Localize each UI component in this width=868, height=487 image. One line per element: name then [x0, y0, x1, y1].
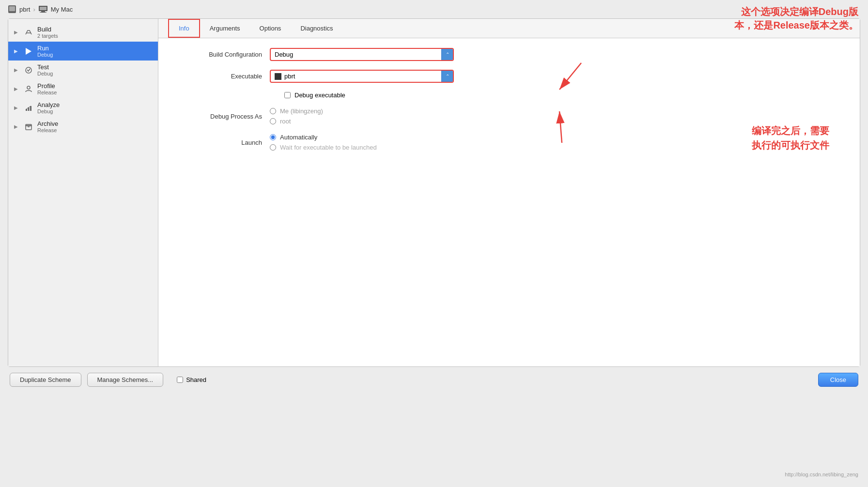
sidebar-item-run[interactable]: ▶ Run Debug — [8, 42, 158, 61]
executable-value: pbrt — [284, 73, 295, 80]
sidebar-item-test[interactable]: ▶ Test Debug — [8, 61, 158, 79]
build-subtitle: 2 targets — [37, 33, 58, 39]
build-config-control: Debug Release ⌃ — [270, 48, 454, 61]
expand-arrow-archive: ▶ — [14, 124, 20, 129]
test-title: Test — [37, 63, 53, 71]
expand-arrow-build: ▶ — [14, 30, 20, 35]
launch-wait-label: Wait for executable to be launched — [280, 144, 377, 151]
analyze-icon — [24, 103, 33, 113]
archive-title: Archive — [37, 120, 58, 127]
build-icon — [24, 28, 33, 37]
svg-rect-1 — [9, 6, 15, 11]
launch-auto-row: Automatically — [270, 134, 454, 141]
debug-executable-checkbox[interactable] — [284, 92, 291, 98]
expand-arrow-analyze: ▶ — [14, 105, 20, 110]
archive-subtitle: Release — [37, 127, 58, 133]
close-button[interactable]: Close — [818, 373, 858, 387]
launch-wait-row: Wait for executable to be launched — [270, 144, 454, 151]
executable-select-wrapper: pbrt ⌃ — [270, 70, 454, 83]
tab-options[interactable]: Options — [250, 20, 291, 37]
shared-checkbox[interactable] — [177, 377, 183, 383]
analyze-title: Analyze — [37, 101, 60, 108]
project-icon — [8, 5, 16, 14]
launch-wait-radio[interactable] — [270, 144, 276, 151]
run-icon — [24, 46, 33, 56]
shared-label: Shared — [186, 376, 206, 383]
svg-rect-3 — [40, 7, 46, 10]
tab-arguments[interactable]: Arguments — [200, 20, 250, 37]
svg-rect-4 — [41, 11, 45, 12]
sidebar-item-analyze[interactable]: ▶ Analyze Debug — [8, 98, 158, 117]
shared-checkbox-container: Shared — [177, 376, 206, 383]
tab-bar: Info Arguments Options Diagnostics — [158, 19, 860, 38]
breadcrumb-project[interactable]: pbrt — [19, 6, 30, 13]
profile-icon — [24, 84, 33, 94]
executable-control: pbrt ⌃ — [270, 70, 454, 83]
debug-process-me-row: Me (libingzeng) — [270, 107, 454, 115]
build-config-label: Build Configuration — [173, 51, 270, 58]
sidebar-item-archive[interactable]: ▶ Archive Release — [8, 117, 158, 136]
debug-executable-row: Debug executable — [173, 91, 845, 99]
svg-rect-5 — [40, 12, 46, 13]
executable-display: pbrt — [271, 71, 453, 82]
debug-executable-checkbox-label: Debug executable — [294, 91, 345, 99]
debug-process-root-row: root — [270, 118, 454, 125]
launch-label: Launch — [173, 139, 270, 146]
build-config-select-wrapper: Debug Release ⌃ — [270, 48, 454, 61]
manage-schemes-button[interactable]: Manage Schemes... — [87, 373, 164, 387]
breadcrumb-separator: › — [33, 6, 35, 13]
sidebar-item-profile[interactable]: ▶ Profile Release — [8, 79, 158, 98]
test-subtitle: Debug — [37, 71, 53, 76]
executable-label: Executable — [173, 73, 270, 80]
test-icon — [24, 65, 33, 75]
sidebar: ▶ Build 2 targets ▶ — [8, 19, 158, 366]
analyze-subtitle: Debug — [37, 108, 60, 114]
tab-info[interactable]: Info — [168, 19, 200, 38]
debug-process-root-radio[interactable] — [270, 118, 276, 124]
svg-point-8 — [27, 86, 30, 89]
breadcrumb-bar: pbrt › My Mac — [0, 0, 868, 18]
debug-process-me-label: Me (libingzeng) — [280, 107, 323, 115]
run-subtitle: Debug — [37, 52, 53, 58]
bottom-bar: Duplicate Scheme Manage Schemes... Share… — [0, 367, 868, 393]
expand-arrow-profile: ▶ — [14, 86, 20, 91]
executable-row: Executable pbrt ⌃ — [173, 70, 845, 83]
launch-auto-label: Automatically — [280, 134, 317, 141]
exe-icon — [275, 73, 281, 80]
debug-process-me-radio[interactable] — [270, 108, 276, 114]
sidebar-item-build[interactable]: ▶ Build 2 targets — [8, 23, 158, 42]
watermark: http://blog.csdn.net/libing_zeng — [785, 472, 858, 477]
build-configuration-row: Build Configuration Debug Release ⌃ — [173, 48, 845, 61]
scheme-dialog: ▶ Build 2 targets ▶ — [8, 18, 860, 367]
duplicate-scheme-button[interactable]: Duplicate Scheme — [10, 373, 81, 387]
mac-icon — [38, 6, 48, 13]
archive-icon — [24, 122, 33, 132]
svg-rect-11 — [30, 106, 31, 111]
debug-process-options: Me (libingzeng) root — [270, 107, 454, 125]
breadcrumb-destination: My Mac — [51, 6, 73, 13]
build-title: Build — [37, 26, 58, 33]
launch-row: Launch Automatically Wait for executable… — [173, 134, 845, 151]
svg-rect-9 — [26, 109, 27, 111]
expand-arrow-test: ▶ — [14, 67, 20, 73]
debug-process-root-label: root — [280, 118, 291, 125]
debug-process-row: Debug Process As Me (libingzeng) root — [173, 107, 845, 125]
tab-diagnostics[interactable]: Diagnostics — [291, 20, 342, 37]
run-title: Run — [37, 45, 53, 52]
profile-subtitle: Release — [37, 90, 57, 95]
main-content: Build Configuration Debug Release ⌃ Ex — [158, 38, 860, 366]
expand-arrow-run: ▶ — [14, 48, 20, 54]
launch-options: Automatically Wait for executable to be … — [270, 134, 454, 151]
debug-process-label: Debug Process As — [173, 113, 270, 120]
profile-title: Profile — [37, 82, 57, 90]
launch-auto-radio[interactable] — [270, 134, 276, 140]
build-config-select[interactable]: Debug Release — [271, 49, 453, 60]
